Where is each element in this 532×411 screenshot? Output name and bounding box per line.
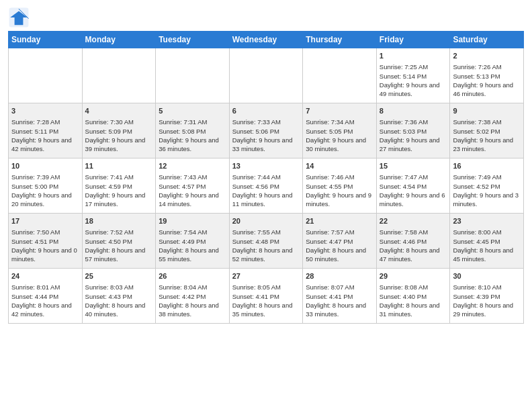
day-number: 13	[232, 161, 300, 171]
day-number: 16	[453, 161, 521, 171]
header-day-wednesday: Wednesday	[229, 32, 303, 48]
day-info: Daylight: 8 hours and 57 minutes.	[85, 246, 153, 264]
day-info: Daylight: 8 hours and 42 minutes.	[11, 301, 79, 319]
header	[8, 7, 524, 28]
day-info: Sunrise: 7:25 AM	[380, 62, 447, 71]
header-day-tuesday: Tuesday	[156, 32, 230, 48]
day-number: 19	[159, 216, 226, 226]
day-info: Sunset: 4:48 PM	[232, 237, 300, 246]
day-info: Sunset: 5:00 PM	[11, 182, 79, 191]
calendar-cell: 2Sunrise: 7:26 AMSunset: 5:13 PMDaylight…	[450, 48, 524, 103]
header-day-friday: Friday	[376, 32, 450, 48]
day-info: Sunset: 4:42 PM	[159, 292, 226, 301]
day-info: Sunset: 4:54 PM	[380, 182, 447, 191]
day-info: Daylight: 9 hours and 42 minutes.	[11, 136, 79, 154]
day-info: Sunset: 5:06 PM	[232, 127, 300, 136]
day-number: 22	[380, 216, 447, 226]
day-info: Daylight: 9 hours and 20 minutes.	[11, 191, 79, 209]
calendar-cell: 4Sunrise: 7:30 AMSunset: 5:09 PMDaylight…	[82, 103, 156, 158]
calendar-cell: 26Sunrise: 8:04 AMSunset: 4:42 PMDayligh…	[156, 269, 230, 324]
calendar-cell	[82, 48, 156, 103]
day-info: Daylight: 8 hours and 38 minutes.	[159, 301, 226, 319]
day-info: Daylight: 8 hours and 31 minutes.	[380, 301, 447, 319]
calendar-table: SundayMondayTuesdayWednesdayThursdayFrid…	[8, 31, 524, 324]
day-info: Sunrise: 7:38 AM	[453, 118, 521, 126]
logo	[8, 7, 32, 28]
calendar-cell: 9Sunrise: 7:38 AMSunset: 5:02 PMDaylight…	[450, 103, 524, 158]
day-info: Sunrise: 7:34 AM	[306, 118, 373, 126]
day-info: Sunset: 5:14 PM	[380, 72, 447, 81]
day-info: Daylight: 8 hours and 33 minutes.	[306, 301, 373, 319]
day-info: Sunrise: 7:36 AM	[380, 118, 447, 126]
calendar-cell: 6Sunrise: 7:33 AMSunset: 5:06 PMDaylight…	[229, 103, 303, 158]
calendar-cell: 24Sunrise: 8:01 AMSunset: 4:44 PMDayligh…	[9, 269, 83, 324]
day-info: Sunrise: 8:10 AM	[453, 283, 521, 291]
day-info: Sunrise: 7:30 AM	[85, 118, 153, 126]
calendar-cell: 8Sunrise: 7:36 AMSunset: 5:03 PMDaylight…	[376, 103, 450, 158]
calendar-cell: 1Sunrise: 7:25 AMSunset: 5:14 PMDaylight…	[376, 48, 450, 103]
day-number: 11	[85, 161, 153, 171]
day-info: Sunset: 4:59 PM	[85, 182, 153, 191]
day-number: 27	[232, 271, 300, 281]
day-number: 18	[85, 216, 153, 226]
day-info: Sunset: 5:02 PM	[453, 127, 521, 136]
day-number: 23	[453, 216, 521, 226]
day-info: Sunset: 4:39 PM	[453, 292, 521, 301]
day-number: 9	[453, 106, 521, 116]
day-info: Sunrise: 7:28 AM	[11, 118, 79, 126]
day-info: Sunrise: 8:05 AM	[232, 283, 300, 291]
day-info: Sunset: 5:13 PM	[453, 72, 521, 81]
day-info: Sunrise: 7:33 AM	[232, 118, 300, 126]
day-info: Sunrise: 7:43 AM	[159, 173, 226, 181]
day-info: Sunrise: 8:01 AM	[11, 283, 79, 291]
day-info: Sunset: 4:41 PM	[232, 292, 300, 301]
day-info: Daylight: 9 hours and 39 minutes.	[85, 136, 153, 154]
day-info: Sunset: 5:08 PM	[159, 127, 226, 136]
week-row-3: 10Sunrise: 7:39 AMSunset: 5:00 PMDayligh…	[9, 158, 524, 214]
day-info: Sunset: 4:51 PM	[11, 237, 79, 246]
calendar-cell: 20Sunrise: 7:55 AMSunset: 4:48 PMDayligh…	[229, 214, 303, 269]
day-info: Sunrise: 7:49 AM	[453, 173, 521, 181]
day-info: Sunset: 5:05 PM	[306, 127, 373, 136]
day-info: Daylight: 8 hours and 50 minutes.	[306, 246, 373, 264]
day-number: 14	[306, 161, 373, 171]
day-info: Daylight: 9 hours and 9 minutes.	[306, 191, 373, 209]
day-info: Daylight: 8 hours and 29 minutes.	[453, 301, 521, 319]
calendar-cell: 19Sunrise: 7:54 AMSunset: 4:49 PMDayligh…	[156, 214, 230, 269]
day-info: Sunset: 4:56 PM	[232, 182, 300, 191]
day-number: 21	[306, 216, 373, 226]
week-row-2: 3Sunrise: 7:28 AMSunset: 5:11 PMDaylight…	[9, 103, 524, 158]
day-info: Daylight: 8 hours and 47 minutes.	[380, 246, 447, 264]
day-info: Daylight: 9 hours and 6 minutes.	[380, 191, 447, 209]
day-info: Sunset: 4:46 PM	[380, 237, 447, 246]
calendar-cell: 28Sunrise: 8:07 AMSunset: 4:41 PMDayligh…	[303, 269, 377, 324]
day-number: 2	[453, 51, 521, 61]
day-number: 15	[380, 161, 447, 171]
calendar-cell: 22Sunrise: 7:58 AMSunset: 4:46 PMDayligh…	[376, 214, 450, 269]
day-number: 12	[159, 161, 226, 171]
day-info: Sunset: 4:55 PM	[306, 182, 373, 191]
calendar-cell: 5Sunrise: 7:31 AMSunset: 5:08 PMDaylight…	[156, 103, 230, 158]
day-info: Sunrise: 7:39 AM	[11, 173, 79, 181]
day-info: Sunset: 4:40 PM	[380, 292, 447, 301]
calendar-cell: 7Sunrise: 7:34 AMSunset: 5:05 PMDaylight…	[303, 103, 377, 158]
day-info: Daylight: 9 hours and 11 minutes.	[232, 191, 300, 209]
day-info: Sunrise: 7:47 AM	[380, 173, 447, 181]
day-info: Daylight: 9 hours and 17 minutes.	[85, 191, 153, 209]
day-info: Daylight: 9 hours and 46 minutes.	[453, 81, 521, 99]
day-info: Sunset: 4:45 PM	[453, 237, 521, 246]
day-number: 10	[11, 161, 79, 171]
day-info: Daylight: 8 hours and 40 minutes.	[85, 301, 153, 319]
calendar-cell: 3Sunrise: 7:28 AMSunset: 5:11 PMDaylight…	[9, 103, 83, 158]
day-info: Sunset: 4:49 PM	[159, 237, 226, 246]
day-info: Sunset: 4:50 PM	[85, 237, 153, 246]
header-day-monday: Monday	[82, 32, 156, 48]
day-info: Sunrise: 7:26 AM	[453, 62, 521, 71]
day-number: 7	[306, 106, 373, 116]
day-number: 17	[11, 216, 79, 226]
calendar-cell: 21Sunrise: 7:57 AMSunset: 4:47 PMDayligh…	[303, 214, 377, 269]
header-day-saturday: Saturday	[450, 32, 524, 48]
day-info: Daylight: 9 hours and 49 minutes.	[380, 81, 447, 99]
day-number: 25	[85, 271, 153, 281]
calendar-cell	[156, 48, 230, 103]
